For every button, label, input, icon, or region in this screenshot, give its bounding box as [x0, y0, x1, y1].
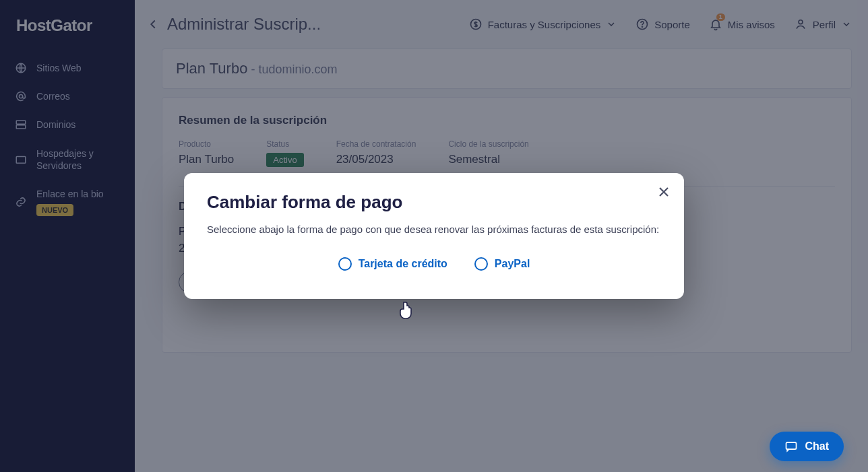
chat-button[interactable]: Chat — [770, 432, 844, 461]
radio-label: PayPal — [495, 258, 530, 270]
modal-description: Seleccione abajo la forma de pago con qu… — [207, 222, 661, 237]
radio-icon — [338, 257, 352, 271]
chat-icon — [784, 440, 798, 453]
radio-label: Tarjeta de crédito — [359, 258, 447, 270]
radio-icon — [474, 257, 488, 271]
svg-rect-9 — [786, 442, 797, 449]
close-icon[interactable] — [656, 184, 672, 200]
radio-option-paypal[interactable]: PayPal — [474, 257, 530, 271]
modal-title: Cambiar forma de pago — [207, 192, 661, 213]
radio-option-card[interactable]: Tarjeta de crédito — [338, 257, 447, 271]
modal-overlay: Cambiar forma de pago Seleccione abajo l… — [0, 0, 868, 472]
change-payment-modal: Cambiar forma de pago Seleccione abajo l… — [184, 173, 684, 299]
chat-label: Chat — [805, 440, 829, 452]
